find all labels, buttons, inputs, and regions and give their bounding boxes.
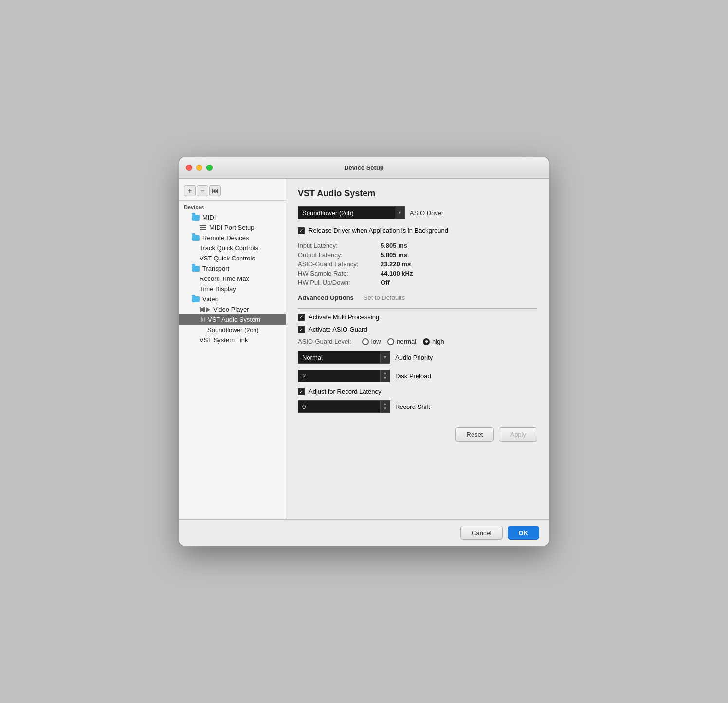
action-row: Reset Apply <box>298 423 537 442</box>
advanced-options-section: Activate Multi Processing Activate ASIO-… <box>298 314 537 413</box>
sidebar-item-label: Video Player <box>213 306 249 313</box>
sidebar-item-label: MIDI Port Setup <box>209 224 254 231</box>
record-shift-up[interactable]: ▲ <box>381 402 390 407</box>
asio-guard-checkbox[interactable] <box>298 326 305 333</box>
sidebar-item-vst-audio-system[interactable]: VST Audio System <box>179 314 286 325</box>
record-shift-down[interactable]: ▼ <box>381 407 390 411</box>
sidebar-item-midi-port-setup[interactable]: MIDI Port Setup <box>179 222 286 233</box>
audio-priority-value[interactable]: Normal <box>298 351 381 364</box>
sidebar-item-track-quick-controls[interactable]: Track Quick Controls <box>179 243 286 253</box>
disk-preload-spinbox-container: 2 ▲ ▼ <box>298 370 390 382</box>
sidebar-item-label: Time Display <box>200 285 236 293</box>
audio-priority-dropdown-container: Normal ▼ <box>298 351 390 364</box>
driver-dropdown-arrow[interactable]: ▼ <box>395 206 405 219</box>
remove-device-button[interactable]: − <box>197 185 208 196</box>
titlebar: Device Setup <box>179 157 549 179</box>
radio-high-label: high <box>432 338 444 345</box>
radio-high[interactable]: high <box>423 338 444 345</box>
sidebar-item-label: Soundflower (2ch) <box>207 326 259 333</box>
record-shift-label: Record Shift <box>395 403 430 410</box>
minimize-button[interactable] <box>196 165 202 171</box>
sidebar-item-video-player[interactable]: Video Player <box>179 304 286 314</box>
audio-priority-label: Audio Priority <box>395 354 433 361</box>
hw-pull-value: Off <box>381 279 537 286</box>
sidebar-item-label: VST System Link <box>200 336 248 344</box>
disk-preload-arrows[interactable]: ▲ ▼ <box>381 370 390 382</box>
sidebar-item-midi[interactable]: MIDI <box>179 212 286 222</box>
sidebar-item-record-time-max[interactable]: Record Time Max <box>179 274 286 284</box>
disk-preload-down[interactable]: ▼ <box>381 376 390 381</box>
reset-device-button[interactable]: ⏮ <box>209 185 221 196</box>
audio-priority-row: Normal ▼ Audio Priority <box>298 351 537 364</box>
radio-low[interactable]: low <box>362 338 381 345</box>
reset-button[interactable]: Reset <box>455 427 494 442</box>
asio-guard-level-label: ASIO-Guard Level: <box>298 338 351 345</box>
tab-set-to-defaults[interactable]: Set to Defaults <box>364 294 405 302</box>
radio-low-circle <box>362 338 369 345</box>
driver-dropdown-value[interactable]: Soundflower (2ch) <box>298 206 395 219</box>
release-driver-row: Release Driver when Application is in Ba… <box>298 227 537 234</box>
record-shift-row: 0 ▲ ▼ Record Shift <box>298 400 537 413</box>
sidebar-item-label: Track Quick Controls <box>200 244 258 252</box>
driver-row: Soundflower (2ch) ▼ ASIO Driver <box>298 206 537 219</box>
driver-dropdown-container: Soundflower (2ch) ▼ <box>298 206 405 219</box>
apply-button[interactable]: Apply <box>499 427 537 442</box>
asio-guard-latency-value: 23.220 ms <box>381 260 537 268</box>
output-latency-label: Output Latency: <box>298 251 376 259</box>
record-shift-arrows[interactable]: ▲ ▼ <box>381 400 390 413</box>
bottom-bar: Cancel OK <box>179 519 549 546</box>
multi-processing-checkbox[interactable] <box>298 314 305 321</box>
audio-priority-arrow[interactable]: ▼ <box>381 351 390 364</box>
sidebar-item-video[interactable]: Video <box>179 294 286 304</box>
input-latency-value: 5.805 ms <box>381 242 537 249</box>
radio-normal-circle <box>387 338 394 345</box>
sidebar-item-remote-devices[interactable]: Remote Devices <box>179 233 286 243</box>
sidebar-item-vst-system-link[interactable]: VST System Link <box>179 335 286 345</box>
sidebar-item-soundflower[interactable]: Soundflower (2ch) <box>179 325 286 335</box>
sidebar-toolbar: + − ⏮ <box>179 183 286 201</box>
sidebar: + − ⏮ Devices MIDI MIDI Port Setup Remot… <box>179 179 286 519</box>
sidebar-item-label: Transport <box>202 265 229 272</box>
tab-advanced-options[interactable]: Advanced Options <box>298 294 354 302</box>
asio-guard-row: Activate ASIO-Guard <box>298 326 537 333</box>
main-panel: VST Audio System Soundflower (2ch) ▼ ASI… <box>286 179 549 519</box>
hw-sample-rate-value: 44.100 kHz <box>381 270 537 277</box>
traffic-lights <box>186 165 213 171</box>
disk-preload-value[interactable]: 2 <box>298 370 381 382</box>
main-content: + − ⏮ Devices MIDI MIDI Port Setup Remot… <box>179 179 549 519</box>
tabs-row: Advanced Options Set to Defaults <box>298 294 537 302</box>
radio-low-label: low <box>371 338 381 345</box>
devices-header: Devices <box>179 203 286 212</box>
record-shift-value[interactable]: 0 <box>298 400 381 413</box>
folder-icon <box>192 235 200 241</box>
adjust-record-latency-checkbox[interactable] <box>298 388 305 395</box>
asio-guard-label: Activate ASIO-Guard <box>309 326 367 333</box>
release-driver-checkbox[interactable] <box>298 227 305 234</box>
hw-sample-rate-label: HW Sample Rate: <box>298 270 376 277</box>
radio-high-circle <box>423 338 430 345</box>
asio-guard-level-row: ASIO-Guard Level: low normal high <box>298 338 537 345</box>
radio-normal-label: normal <box>397 338 416 345</box>
maximize-button[interactable] <box>206 165 213 171</box>
panel-title: VST Audio System <box>298 188 537 199</box>
record-shift-spinbox-container: 0 ▲ ▼ <box>298 400 390 413</box>
add-device-button[interactable]: + <box>184 185 196 196</box>
ok-button[interactable]: OK <box>508 526 540 540</box>
sidebar-item-time-display[interactable]: Time Display <box>179 284 286 294</box>
sidebar-item-label: VST Audio System <box>208 316 260 323</box>
cancel-button[interactable]: Cancel <box>460 526 502 540</box>
tabs-divider <box>298 308 537 309</box>
multi-processing-row: Activate Multi Processing <box>298 314 537 321</box>
asio-guard-latency-label: ASIO-Guard Latency: <box>298 260 376 268</box>
sidebar-item-label: Video <box>202 296 218 303</box>
sidebar-item-vst-quick-controls[interactable]: VST Quick Controls <box>179 253 286 263</box>
sidebar-item-transport[interactable]: Transport <box>179 263 286 274</box>
radio-normal[interactable]: normal <box>387 338 416 345</box>
disk-preload-up[interactable]: ▲ <box>381 371 390 376</box>
video-player-icon <box>200 307 210 312</box>
multi-processing-label: Activate Multi Processing <box>309 314 379 321</box>
vst-audio-icon <box>200 317 205 322</box>
disk-preload-label: Disk Preload <box>395 372 431 380</box>
close-button[interactable] <box>186 165 192 171</box>
driver-label: ASIO Driver <box>410 209 443 217</box>
